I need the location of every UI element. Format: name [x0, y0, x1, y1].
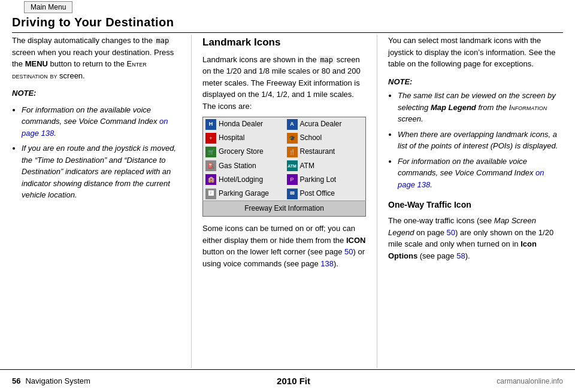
middle-column: Landmark Icons Landmark icons are shown …	[192, 35, 377, 368]
icon-row-3: 🛒 Grocery Store 🍴 Restaurant	[203, 145, 366, 159]
grocery-label: Grocery Store	[219, 146, 264, 157]
landmark-title: Landmark Icons	[202, 35, 366, 50]
map-word: map	[155, 37, 170, 45]
map-word-mid: map	[319, 56, 334, 64]
icon-cell-grocery: 🛒 Grocery Store	[203, 145, 285, 159]
right-bullets: The same list can be viewed on the scree…	[398, 90, 563, 190]
acura-icon: A	[287, 119, 298, 130]
footer: 56 Navigation System 2010 Fit carmanualo…	[0, 369, 575, 392]
post-office-label: Post Office	[300, 188, 335, 199]
icon-row-6: 🅿 Parking Garage ✉ Post Office	[203, 187, 366, 201]
right-note-label: NOTE:	[388, 76, 563, 88]
icon-cell-acura: A Acura Dealer	[285, 117, 366, 132]
icon-cell-honda: H Honda Dealer	[203, 117, 285, 132]
honda-label: Honda Dealer	[219, 118, 263, 130]
left-bullets: For information on the available voice c…	[22, 104, 180, 201]
icon-row-4: ⛽ Gas Station ATM ATM	[203, 159, 366, 173]
parking-lot-icon: P	[287, 174, 298, 185]
school-label: School	[300, 132, 322, 144]
atm-label: ATM	[300, 160, 314, 172]
icon-cell-parking-lot: P Parking Lot	[285, 173, 366, 187]
post-office-icon: ✉	[287, 189, 298, 199]
hospital-icon: +	[205, 133, 216, 144]
icon-row-5: 🏨 Hotel/Lodging P Parking Lot	[203, 173, 366, 187]
parking-lot-label: Parking Lot	[300, 174, 337, 186]
icon-row-2: + Hospital 🎓 School	[203, 131, 366, 145]
icon-cell-parking-garage: 🅿 Parking Garage	[203, 187, 285, 201]
icon-cell-restaurant: 🍴 Restaurant	[285, 145, 366, 159]
restaurant-icon: 🍴	[287, 147, 298, 157]
icon-row-1: H Honda Dealer A Acura Dealer	[203, 117, 366, 132]
right-bullet-3: For information on the available voice c…	[398, 156, 563, 191]
right-bullet-1: The same list can be viewed on the scree…	[398, 90, 563, 125]
icons-table: H Honda Dealer A Acura Dealer + Hospital	[202, 117, 366, 217]
icon-cell-hospital: + Hospital	[203, 131, 285, 145]
left-bullet-2: If you are en route and the joystick is …	[22, 142, 180, 201]
link-50[interactable]: 50	[344, 247, 353, 256]
acura-label: Acura Dealer	[300, 118, 342, 130]
parking-garage-label: Parking Garage	[219, 188, 269, 199]
left-column: The display automatically changes to the…	[12, 35, 192, 368]
gas-label: Gas Station	[219, 160, 256, 172]
gas-icon: ⛽	[205, 160, 216, 171]
title-divider	[12, 32, 563, 33]
restaurant-label: Restaurant	[300, 146, 335, 157]
footer-nav-label: Navigation System	[25, 376, 90, 385]
link-58-right[interactable]: 58	[456, 251, 465, 260]
link-138-mid[interactable]: 138	[320, 259, 334, 268]
left-bullet-1: For information on the available voice c…	[22, 104, 180, 139]
note-label: NOTE:	[12, 87, 180, 99]
menu-word: MENU	[25, 59, 48, 68]
footer-right-text: carmanualonline.info	[497, 377, 563, 385]
hotel-icon: 🏨	[205, 174, 216, 185]
left-para1: The display automatically changes to the…	[12, 35, 180, 81]
link-50-right[interactable]: 50	[447, 228, 455, 237]
parking-garage-icon: 🅿	[205, 189, 216, 199]
footer-left: 56 Navigation System	[12, 376, 90, 385]
atm-icon: ATM	[287, 160, 298, 171]
footer-page-number: 56	[12, 376, 20, 385]
right-bullet-2: When there are overlapping landmark icon…	[398, 129, 563, 152]
icon-cell-gas: ⛽ Gas Station	[203, 159, 285, 173]
icon-cell-hotel: 🏨 Hotel/Lodging	[203, 173, 285, 187]
main-menu-button[interactable]: Main Menu	[24, 1, 72, 13]
icon-cell-post-office: ✉ Post Office	[285, 187, 366, 201]
icon-word: ICON	[346, 236, 366, 245]
footer-center-text: 2010 Fit	[90, 376, 497, 386]
freeway-row: Freeway Exit Information	[203, 201, 366, 217]
right-para1: You can select most landmark icons with …	[388, 35, 563, 70]
landmark-intro: Landmark icons are shown in the map scre…	[202, 54, 366, 113]
icon-turn-note: Some icons can be turned on or off; you …	[202, 223, 366, 269]
icon-cell-school: 🎓 School	[285, 131, 366, 145]
right-column: You can select most landmark icons with …	[377, 35, 563, 368]
top-menu-bar: Main Menu	[0, 0, 575, 14]
one-way-traffic-title: One-Way Traffic Icon	[388, 199, 563, 211]
grocery-icon: 🛒	[205, 147, 216, 157]
honda-icon: H	[205, 119, 216, 130]
page-title: Driving to Your Destination	[12, 16, 174, 29]
freeway-label: Freeway Exit Information	[203, 201, 366, 217]
hospital-label: Hospital	[219, 132, 244, 144]
icon-cell-atm: ATM ATM	[285, 159, 366, 173]
school-icon: 🎓	[287, 133, 298, 144]
hotel-label: Hotel/Lodging	[219, 174, 263, 186]
main-content: The display automatically changes to the…	[12, 35, 563, 368]
one-way-traffic-para: The one-way traffic icons (see Map Scree…	[388, 215, 563, 262]
